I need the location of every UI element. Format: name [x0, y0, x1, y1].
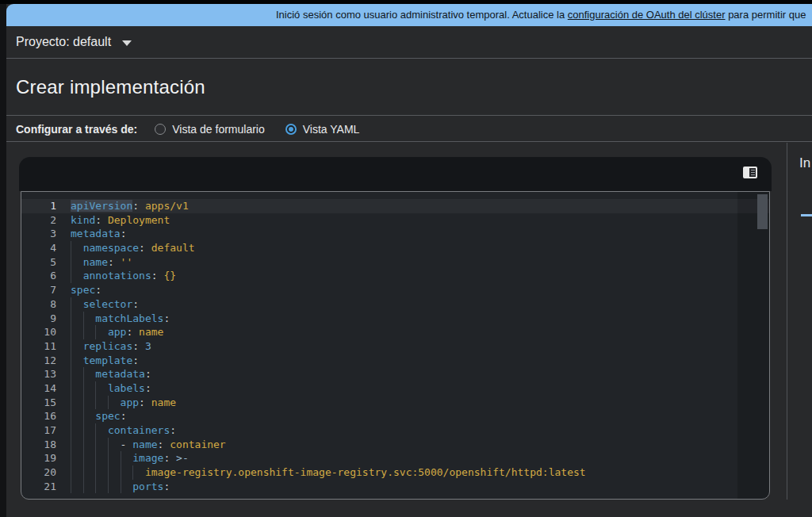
code-text: template: [56, 354, 769, 368]
code-text: kind: Deployment [56, 213, 769, 228]
line-number: 5 [21, 255, 56, 270]
banner-text-after: para permitir que [726, 9, 806, 21]
code-text: - name: container [56, 438, 769, 452]
line-number: 20 [21, 465, 56, 480]
code-line[interactable]: 13 metadata: [21, 367, 769, 381]
configure-via-label: Configurar a través de: [16, 123, 137, 136]
line-number: 17 [21, 423, 56, 438]
line-number: 14 [21, 381, 56, 396]
banner-text-before: Inició sesión como usuario administrativ… [276, 9, 568, 21]
line-number: 12 [21, 354, 56, 368]
code-text: app: name [56, 325, 769, 339]
sidebar-layout-icon [743, 167, 757, 178]
line-number: 2 [21, 213, 56, 228]
line-number: 6 [21, 269, 56, 283]
code-line[interactable]: 17 containers: [21, 423, 769, 438]
code-text: annotations: {} [56, 269, 769, 283]
line-number: 15 [21, 396, 56, 410]
code-line[interactable]: 11 replicas: 3 [21, 339, 769, 354]
code-line[interactable]: 5 name: '' [21, 255, 769, 270]
code-line[interactable]: 3metadata: [21, 227, 769, 241]
editor-minimap [737, 192, 769, 499]
line-number: 18 [21, 438, 56, 452]
code-line[interactable]: 18 - name: container [21, 438, 769, 452]
sidebar-divider [787, 143, 787, 500]
line-number: 19 [21, 451, 56, 465]
code-line[interactable]: 21 ports: [21, 480, 769, 494]
code-text: name: '' [56, 255, 769, 270]
editor-scrollbar-thumb[interactable] [757, 194, 768, 229]
code-text: app: name [56, 396, 769, 410]
code-text: selector: [56, 297, 769, 312]
project-selector-label: Proyecto: default [16, 35, 111, 49]
toggle-sidebar-button[interactable] [743, 167, 759, 180]
code-text: namespace: default [56, 241, 769, 255]
line-number: 8 [21, 297, 56, 312]
code-line[interactable]: 7spec: [21, 283, 769, 297]
code-line[interactable]: 2kind: Deployment [21, 213, 769, 228]
code-line[interactable]: 4 namespace: default [21, 241, 769, 255]
view-options: Vista de formularioVista YAML [155, 123, 380, 136]
code-text: image: >- [56, 451, 769, 465]
line-number: 3 [21, 227, 56, 241]
code-line[interactable]: 6 annotations: {} [21, 269, 769, 283]
yaml-editor[interactable]: 1apiVersion: apps/v12kind: Deployment3me… [21, 191, 770, 500]
line-number: 9 [21, 312, 56, 326]
code-text: spec: [56, 283, 769, 297]
code-line[interactable]: 8 selector: [21, 297, 769, 312]
radio-vista-yaml[interactable]: Vista YAML [285, 123, 360, 136]
radio-label: Vista YAML [303, 123, 360, 136]
code-line[interactable]: 20 image-registry.openshift-image-regist… [21, 465, 769, 480]
project-selector[interactable]: Proyecto: default [6, 26, 812, 59]
code-line[interactable]: 12 template: [21, 354, 769, 368]
window-left-edge [0, 0, 6, 517]
code-text: matchLabels: [56, 312, 769, 326]
line-number: 10 [21, 325, 56, 339]
caret-down-icon [122, 40, 132, 46]
oauth-config-link[interactable]: configuración de OAuth del clúster [568, 9, 726, 21]
code-text: metadata: [56, 227, 769, 241]
line-number: 11 [21, 339, 56, 354]
line-number: 1 [21, 199, 56, 213]
code-text: metadata: [56, 367, 769, 381]
radio-icon [155, 124, 166, 135]
sidebar-heading: In [799, 155, 810, 171]
line-number: 4 [21, 241, 56, 255]
code-line[interactable]: 15 app: name [21, 396, 769, 410]
line-number: 16 [21, 409, 56, 423]
line-number: 7 [21, 283, 56, 297]
code-text: labels: [56, 381, 769, 396]
line-number: 21 [21, 480, 56, 494]
code-text: containers: [56, 423, 769, 438]
code-lines[interactable]: 1apiVersion: apps/v12kind: Deployment3me… [21, 192, 769, 493]
configure-via-row: Configurar a través de: Vista de formula… [6, 117, 812, 142]
code-line[interactable]: 10 app: name [21, 325, 769, 339]
code-line[interactable]: 14 labels: [21, 381, 769, 396]
temp-admin-banner: Inició sesión como usuario administrativ… [6, 4, 812, 26]
radio-icon [285, 124, 297, 135]
code-text: image-registry.openshift-image-registry.… [56, 465, 769, 480]
code-text: apiVersion: apps/v1 [56, 199, 769, 213]
radio-label: Vista de formulario [172, 123, 264, 136]
page-header: Crear implementación [6, 59, 812, 116]
code-line[interactable]: 1apiVersion: apps/v1 [21, 199, 769, 213]
code-text: spec: [56, 409, 769, 423]
code-line[interactable]: 19 image: >- [21, 451, 769, 465]
code-line[interactable]: 9 matchLabels: [21, 312, 769, 326]
code-text: replicas: 3 [56, 339, 769, 354]
yaml-editor-toolbar [19, 157, 772, 191]
sidebar-active-tab-indicator[interactable] [801, 214, 812, 216]
code-line[interactable]: 16 spec: [21, 409, 769, 423]
code-text: ports: [56, 480, 769, 494]
page-title: Crear implementación [16, 76, 205, 98]
line-number: 13 [21, 367, 56, 381]
radio-vista-de-formulario[interactable]: Vista de formulario [155, 123, 264, 136]
